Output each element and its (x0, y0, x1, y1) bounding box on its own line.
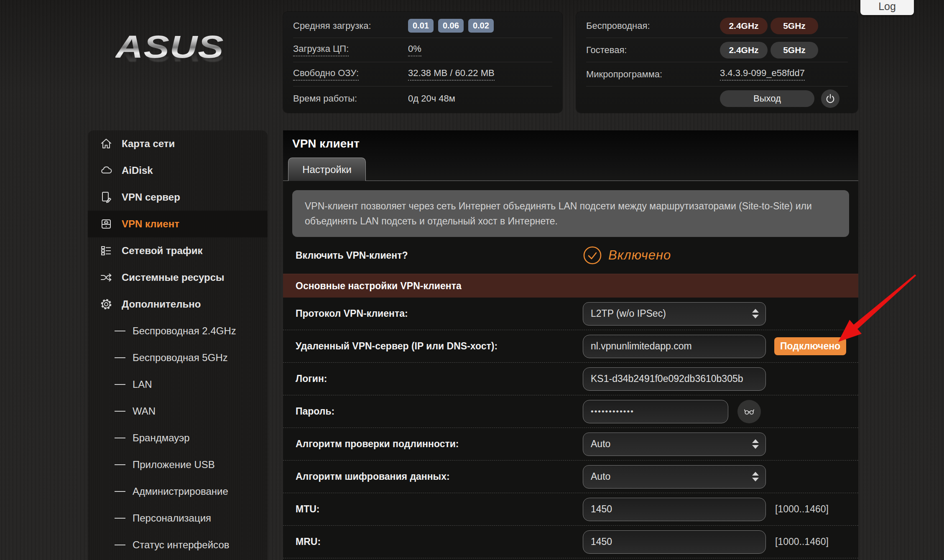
cloud-icon (99, 164, 114, 177)
sidebar-item-advanced[interactable]: Дополнительно (88, 291, 268, 318)
load-average-label: Средняя загрузка: (293, 20, 408, 31)
resources-icon (99, 271, 114, 284)
server-input[interactable] (583, 335, 766, 358)
encryption-select-value: Auto (591, 471, 610, 482)
dash-icon (115, 357, 125, 358)
protocol-label: Протокол VPN-клиента: (283, 308, 583, 319)
wireless-bands-row: Беспроводная: 2.4GHz5GHz (586, 14, 848, 38)
main-content: VPN клиент Настройки VPN-клиент позволяе… (283, 130, 858, 560)
enable-status-text: Включено (608, 248, 671, 263)
sidebar-subitem-personalization[interactable]: Персонализация (88, 505, 268, 532)
dash-icon (115, 464, 125, 465)
login-input[interactable] (583, 367, 766, 391)
sidebar-subitem-administration[interactable]: Администрирование (88, 478, 268, 505)
sidebar-subitem-lan[interactable]: LAN (88, 371, 268, 398)
sidebar-item-label: Системные ресурсы (122, 272, 225, 283)
protocol-select-value: L2TP (w/o IPSec) (591, 308, 666, 319)
glasses-icon (743, 405, 755, 418)
reboot-button[interactable] (821, 89, 839, 108)
firmware-version[interactable]: 3.4.3.9-099_e58fdd7 (720, 68, 805, 81)
guest-5ghz-pill[interactable]: 5GHz (771, 42, 818, 59)
tab-settings[interactable]: Настройки (288, 158, 366, 181)
free-ram-row: Свободно ОЗУ: 32.38 MB / 60.22 MB (293, 62, 552, 87)
sidebar-subitem-wireless-5[interactable]: Беспроводная 5GHz (88, 344, 268, 371)
dash-icon (115, 545, 125, 545)
free-ram-value[interactable]: 32.38 MB / 60.22 MB (408, 68, 495, 81)
page-title: VPN клиент (292, 137, 360, 150)
mtu-label: MTU: (283, 504, 583, 515)
log-button[interactable]: Log (860, 0, 914, 15)
vpn-client-description: VPN-клиент позволяет через сеть Интернет… (292, 190, 849, 237)
password-label: Пароль: (283, 406, 583, 417)
encryption-algorithm-label: Алгоритм шифрования данных: (283, 471, 583, 482)
sidebar-item-network-map[interactable]: Карта сети (88, 130, 268, 157)
enable-vpn-toggle[interactable]: Включено (583, 246, 671, 265)
password-input[interactable] (583, 400, 728, 423)
sidebar-subitem-usb-app[interactable]: Приложение USB (88, 451, 268, 478)
mtu-row: MTU: [1000..1460] (283, 493, 858, 526)
sidebar-subitem-label: Беспроводная 5GHz (133, 352, 228, 364)
asus-logo-reflection: ASUS (115, 35, 258, 66)
show-password-button[interactable] (737, 400, 761, 423)
sidebar-item-label: Сетевой трафик (122, 245, 203, 257)
guest-label: Гостевая: (586, 45, 720, 56)
check-circle-icon (583, 246, 602, 265)
sidebar-item-label: AiDisk (122, 165, 153, 176)
sidebar-subitem-wan[interactable]: WAN (88, 398, 268, 425)
system-status-panel: Средняя загрузка: 0.010.060.02 Загрузка … (283, 12, 562, 113)
dash-icon (115, 491, 125, 492)
auth-algorithm-select[interactable]: Auto (583, 433, 766, 456)
logout-row: Выход (586, 87, 848, 111)
auth-algorithm-label: Алгоритм проверки подлинности: (283, 438, 583, 450)
dash-icon (115, 518, 125, 519)
sidebar-item-label: VPN сервер (122, 191, 180, 203)
guest-bands-row: Гостевая: 2.4GHz5GHz (586, 38, 848, 62)
firmware-row: Микропрограмма: 3.4.3.9-099_e58fdd7 (586, 62, 848, 87)
vpn-client-icon (99, 217, 114, 231)
power-icon (824, 93, 836, 104)
basic-settings-header: Основные настройки VPN-клиента (283, 274, 858, 298)
free-ram-label[interactable]: Свободно ОЗУ: (293, 68, 408, 81)
dash-icon (115, 331, 125, 331)
sidebar-item-network-traffic[interactable]: Сетевой трафик (88, 237, 268, 264)
sidebar-item-system-resources[interactable]: Системные ресурсы (88, 264, 268, 291)
wireless-label: Беспроводная: (586, 20, 720, 31)
login-row: Логин: (283, 363, 858, 395)
sidebar-item-vpn-server[interactable]: VPN сервер (88, 184, 268, 211)
cpu-load-label[interactable]: Загрузка ЦП: (293, 43, 408, 56)
sidebar-subitem-label: LAN (133, 379, 152, 390)
sidebar-subitem-label: Персонализация (133, 512, 211, 524)
connected-status-badge: Подключено (774, 337, 846, 355)
sidebar-item-aidisk[interactable]: AiDisk (88, 157, 268, 184)
load-badge-1m: 0.01 (408, 19, 434, 33)
uptime-value: 0д 20ч 48м (408, 93, 455, 104)
sidebar-subitem-label: Брандмауэр (133, 432, 190, 444)
mtu-range-hint: [1000..1460] (775, 504, 829, 515)
guest-24ghz-pill[interactable]: 2.4GHz (720, 42, 768, 59)
sidebar-subitem-interface-status[interactable]: Статус интерфейсов (88, 532, 268, 558)
wireless-5ghz-pill[interactable]: 5GHz (771, 18, 818, 34)
mru-input[interactable] (583, 530, 766, 554)
gear-icon (99, 298, 114, 311)
traffic-icon (99, 244, 114, 257)
wireless-status-panel: Беспроводная: 2.4GHz5GHz Гостевая: 2.4GH… (576, 12, 858, 113)
cpu-load-value[interactable]: 0% (408, 43, 421, 56)
select-arrows-icon (752, 472, 759, 481)
wireless-24ghz-pill[interactable]: 2.4GHz (720, 18, 768, 34)
sidebar-subitem-firewall[interactable]: Брандмауэр (88, 425, 268, 451)
load-badge-5m: 0.06 (438, 19, 464, 33)
enable-vpn-label: Включить VPN-клиент? (283, 250, 583, 261)
sidebar-subitem-wireless-24[interactable]: Беспроводная 2.4GHz (88, 318, 268, 344)
sidebar-item-label: Дополнительно (122, 298, 201, 310)
sidebar-item-vpn-client[interactable]: VPN клиент (88, 211, 268, 237)
logout-button[interactable]: Выход (720, 90, 814, 107)
dash-icon (115, 411, 125, 412)
protocol-select[interactable]: L2TP (w/o IPSec) (583, 302, 766, 326)
mtu-input[interactable] (583, 498, 766, 521)
encryption-algorithm-select[interactable]: Auto (583, 465, 766, 489)
logout-controls: Выход (720, 89, 839, 108)
auth-select-value: Auto (591, 438, 610, 450)
sidebar-subitem-label: Приложение USB (133, 459, 215, 471)
mru-range-hint: [1000..1460] (775, 536, 829, 547)
load-average-row: Средняя загрузка: 0.010.060.02 (293, 14, 552, 38)
